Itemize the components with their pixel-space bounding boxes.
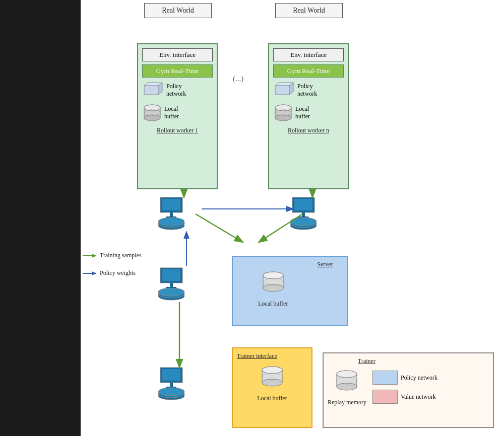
real-world-label-1: Real World	[162, 7, 194, 14]
svg-point-43	[158, 388, 184, 396]
server-label: Server	[272, 261, 378, 268]
real-world-box-2: Real World	[275, 3, 343, 18]
local-buffer-icon-n	[273, 103, 293, 123]
svg-point-14	[275, 105, 291, 111]
worker-label-1: Rollout worker 1	[142, 127, 213, 134]
value-network-trainer: Value network	[372, 390, 437, 404]
value-network-label-trainer: Value network	[401, 393, 436, 401]
replay-memory-icon	[334, 368, 359, 396]
env-interface-n: Env. interface	[273, 48, 344, 61]
replay-memory: Replay memory	[328, 368, 366, 406]
real-world-box-1: Real World	[144, 3, 212, 18]
policy-network-trainer: Policy network	[372, 371, 437, 385]
svg-point-22	[158, 217, 184, 226]
svg-rect-25	[302, 212, 305, 216]
policy-network-icon-n	[273, 82, 295, 99]
trainer-interface-label: Trainer interface	[237, 352, 307, 360]
svg-point-54	[263, 272, 283, 279]
blue-arrow-legend	[82, 270, 97, 277]
svg-point-5	[144, 115, 160, 121]
gym-realtime-n: Gym Real-Time	[273, 64, 344, 78]
real-world-label-2: Real World	[293, 7, 325, 14]
local-buffer-row-1: Localbuffer	[142, 103, 213, 123]
svg-point-59	[262, 367, 282, 374]
gym-realtime-1: Gym Real-Time	[142, 64, 213, 78]
svg-rect-18	[170, 212, 173, 216]
server-local-buffer: Local buffer	[258, 269, 288, 308]
local-buffer-icon-1	[142, 103, 162, 123]
svg-point-6	[144, 105, 160, 111]
policy-network-box-trainer	[372, 371, 398, 385]
network-device-4	[155, 367, 196, 402]
svg-point-13	[275, 115, 291, 121]
policy-network-row-1: Policynetwork	[142, 82, 213, 99]
svg-rect-32	[170, 283, 173, 287]
trainer-interface-box: Trainer interface Local buffer	[232, 347, 312, 428]
server-box: Server Local buffer	[232, 256, 348, 326]
env-interface-1: Env. interface	[142, 48, 213, 61]
trainer-interface-buffer: Local buffer	[237, 364, 307, 402]
local-buffer-row-n: Localbuffer	[273, 103, 344, 123]
svg-point-63	[337, 383, 357, 390]
svg-point-64	[337, 371, 357, 378]
legend: Training samples Policy weights	[82, 252, 142, 281]
training-samples-label: Training samples	[100, 252, 142, 259]
policy-network-row-n: Policynetwork	[273, 82, 344, 99]
svg-point-58	[262, 379, 282, 386]
trainer-networks: Policy network Value network	[372, 371, 437, 404]
policy-network-label-1: Policynetwork	[166, 83, 186, 98]
policy-weights-label: Policy weights	[100, 269, 136, 277]
rollout-worker-1: Env. interface Gym Real-Time Policynetwo…	[137, 43, 218, 189]
svg-rect-39	[170, 383, 173, 387]
value-network-box-trainer	[372, 390, 398, 404]
svg-marker-69	[92, 271, 97, 275]
replay-memory-label: Replay memory	[328, 399, 366, 406]
trainer-interface-buffer-label: Local buffer	[237, 395, 307, 402]
policy-network-label-n: Policynetwork	[297, 83, 317, 98]
svg-line-46	[196, 214, 242, 242]
svg-rect-38	[162, 369, 180, 381]
policy-network-icon-1	[142, 82, 164, 99]
ellipsis-label: (...)	[233, 75, 243, 83]
policy-network-label-trainer: Policy network	[401, 374, 437, 382]
trainer-content: Replay memory Policy network Value netwo…	[328, 368, 489, 406]
svg-rect-8	[275, 86, 289, 95]
svg-rect-0	[144, 86, 158, 95]
legend-policy-weights: Policy weights	[82, 269, 142, 277]
svg-point-36	[158, 288, 184, 296]
legend-training-samples: Training samples	[82, 252, 142, 259]
local-buffer-label-1: Localbuffer	[164, 105, 179, 120]
worker-label-n: Rollout worker n	[273, 127, 344, 134]
trainer-inner-box: Trainer Replay memory Policy network	[323, 352, 494, 428]
green-arrow-legend	[82, 252, 97, 259]
network-device-2	[287, 196, 328, 232]
network-device-1	[155, 196, 196, 232]
server-buffer-icon	[261, 269, 286, 297]
svg-marker-67	[92, 254, 97, 258]
network-device-3	[155, 267, 196, 302]
rollout-worker-n: Env. interface Gym Real-Time Policynetwo…	[268, 43, 349, 189]
svg-point-29	[290, 217, 317, 226]
svg-point-53	[263, 284, 283, 292]
trainer-label: Trainer	[358, 357, 504, 365]
svg-rect-31	[162, 269, 180, 281]
local-buffer-label-n: Localbuffer	[295, 105, 310, 120]
trainer-interface-buffer-icon	[260, 364, 285, 392]
server-buffer-label: Local buffer	[258, 300, 288, 308]
svg-rect-17	[162, 199, 180, 210]
svg-rect-24	[294, 199, 312, 210]
